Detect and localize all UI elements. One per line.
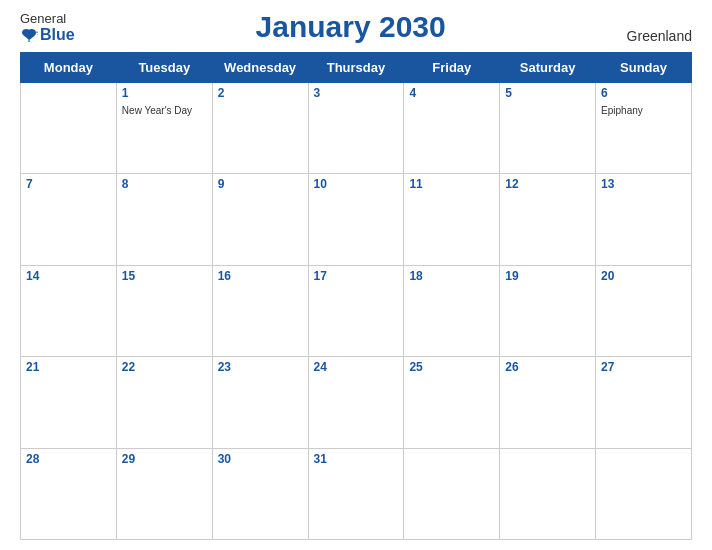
day-event: New Year's Day xyxy=(122,105,192,116)
day-number: 29 xyxy=(122,452,207,466)
day-number: 12 xyxy=(505,177,590,191)
calendar-day-cell: 7 xyxy=(21,174,117,265)
day-number: 2 xyxy=(218,86,303,100)
calendar-day-cell: 2 xyxy=(212,83,308,174)
day-number: 10 xyxy=(314,177,399,191)
calendar-table: MondayTuesdayWednesdayThursdayFridaySatu… xyxy=(20,52,692,540)
calendar-title: January 2030 xyxy=(256,10,446,43)
calendar-day-cell: 28 xyxy=(21,448,117,539)
calendar-day-cell: 29 xyxy=(116,448,212,539)
calendar-day-cell: 1New Year's Day xyxy=(116,83,212,174)
logo-bird-icon xyxy=(20,28,38,42)
day-number: 21 xyxy=(26,360,111,374)
day-number: 7 xyxy=(26,177,111,191)
calendar-day-cell: 10 xyxy=(308,174,404,265)
logo-general-text: General xyxy=(20,11,66,26)
calendar-week-row: 21222324252627 xyxy=(21,357,692,448)
day-number: 13 xyxy=(601,177,686,191)
calendar-day-cell: 13 xyxy=(596,174,692,265)
day-number: 14 xyxy=(26,269,111,283)
weekday-header: Saturday xyxy=(500,53,596,83)
calendar-day-cell: 24 xyxy=(308,357,404,448)
day-number: 9 xyxy=(218,177,303,191)
day-number: 27 xyxy=(601,360,686,374)
calendar-day-cell: 23 xyxy=(212,357,308,448)
calendar-day-cell: 16 xyxy=(212,265,308,356)
calendar-day-cell: 6Epiphany xyxy=(596,83,692,174)
calendar-day-cell: 20 xyxy=(596,265,692,356)
calendar-day-cell: 26 xyxy=(500,357,596,448)
day-number: 25 xyxy=(409,360,494,374)
weekday-header: Friday xyxy=(404,53,500,83)
calendar-day-cell: 30 xyxy=(212,448,308,539)
page-header: General Blue January 2030 Greenland xyxy=(20,10,692,44)
calendar-day-cell: 21 xyxy=(21,357,117,448)
calendar-day-cell: 15 xyxy=(116,265,212,356)
day-number: 24 xyxy=(314,360,399,374)
calendar-week-row: 78910111213 xyxy=(21,174,692,265)
region-label: Greenland xyxy=(627,28,692,44)
calendar-day-cell xyxy=(596,448,692,539)
calendar-day-cell xyxy=(21,83,117,174)
day-number: 17 xyxy=(314,269,399,283)
day-number: 28 xyxy=(26,452,111,466)
day-number: 31 xyxy=(314,452,399,466)
calendar-day-cell xyxy=(404,448,500,539)
day-number: 18 xyxy=(409,269,494,283)
calendar-day-cell: 22 xyxy=(116,357,212,448)
weekday-header: Wednesday xyxy=(212,53,308,83)
logo: General Blue xyxy=(20,11,75,44)
day-event: Epiphany xyxy=(601,105,643,116)
calendar-day-cell: 3 xyxy=(308,83,404,174)
calendar-day-cell: 27 xyxy=(596,357,692,448)
day-number: 8 xyxy=(122,177,207,191)
day-number: 22 xyxy=(122,360,207,374)
calendar-body: 1New Year's Day23456Epiphany789101112131… xyxy=(21,83,692,540)
day-number: 6 xyxy=(601,86,686,100)
calendar-day-cell: 5 xyxy=(500,83,596,174)
day-number: 1 xyxy=(122,86,207,100)
day-number: 3 xyxy=(314,86,399,100)
calendar-day-cell: 9 xyxy=(212,174,308,265)
day-number: 11 xyxy=(409,177,494,191)
calendar-week-row: 1New Year's Day23456Epiphany xyxy=(21,83,692,174)
calendar-week-row: 14151617181920 xyxy=(21,265,692,356)
calendar-week-row: 28293031 xyxy=(21,448,692,539)
day-number: 26 xyxy=(505,360,590,374)
weekday-header: Tuesday xyxy=(116,53,212,83)
calendar-day-cell: 17 xyxy=(308,265,404,356)
calendar-day-cell: 25 xyxy=(404,357,500,448)
logo-blue-text: Blue xyxy=(20,26,75,44)
calendar-day-cell: 11 xyxy=(404,174,500,265)
calendar-day-cell: 18 xyxy=(404,265,500,356)
calendar-header: MondayTuesdayWednesdayThursdayFridaySatu… xyxy=(21,53,692,83)
day-number: 23 xyxy=(218,360,303,374)
calendar-day-cell: 8 xyxy=(116,174,212,265)
day-number: 4 xyxy=(409,86,494,100)
calendar-title-block: January 2030 xyxy=(256,10,446,44)
calendar-day-cell: 12 xyxy=(500,174,596,265)
day-number: 19 xyxy=(505,269,590,283)
weekday-header: Monday xyxy=(21,53,117,83)
day-number: 30 xyxy=(218,452,303,466)
calendar-day-cell: 31 xyxy=(308,448,404,539)
day-number: 15 xyxy=(122,269,207,283)
calendar-day-cell: 4 xyxy=(404,83,500,174)
day-number: 16 xyxy=(218,269,303,283)
day-number: 20 xyxy=(601,269,686,283)
weekday-header: Thursday xyxy=(308,53,404,83)
calendar-day-cell: 14 xyxy=(21,265,117,356)
weekday-header: Sunday xyxy=(596,53,692,83)
calendar-day-cell: 19 xyxy=(500,265,596,356)
calendar-day-cell xyxy=(500,448,596,539)
day-number: 5 xyxy=(505,86,590,100)
weekday-row: MondayTuesdayWednesdayThursdayFridaySatu… xyxy=(21,53,692,83)
